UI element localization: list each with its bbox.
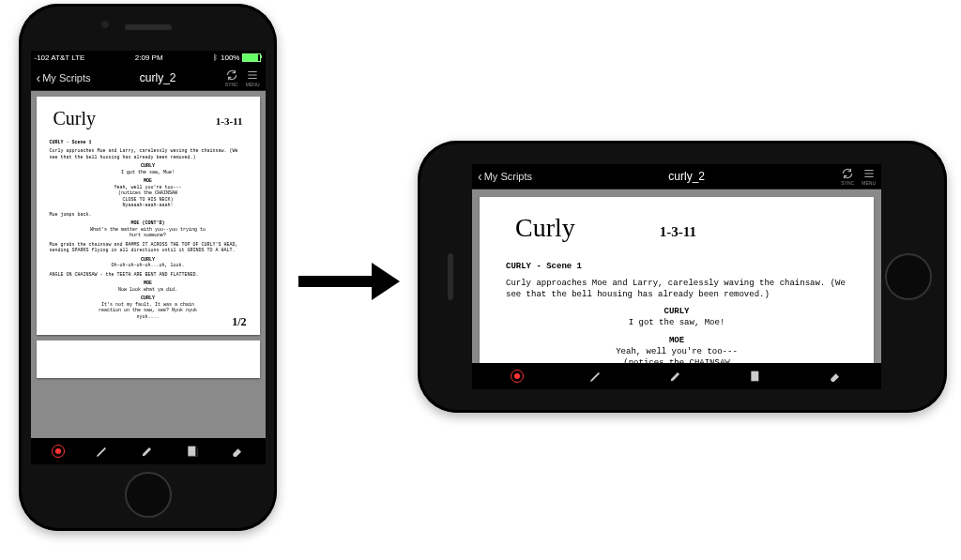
dial-5: Now look what ya did. [89,287,207,294]
chevron-left-icon: ‹ [478,170,482,183]
screen-portrait: -102 AT&T LTE 2:09 PM ᛒ 100% ‹ My Script… [31,51,266,464]
pen-tool-icon[interactable] [95,444,110,459]
menu-icon [246,68,259,82]
sync-button[interactable]: SYNC [225,68,238,87]
document-viewport-landscape[interactable]: Curly 1-3-11 CURLY - Scene 1 Curly appro… [472,189,881,363]
screen-landscape: ‹ My Scripts curly_2 SYNC MENU Curly 1-3 [472,164,881,389]
note-tool-icon[interactable] [185,444,200,459]
carrier-text: -102 AT&T LTE [35,53,85,62]
record-button-landscape[interactable] [511,370,524,383]
bottom-toolbar-landscape [472,363,881,389]
scene-slug-landscape: CURLY - Scene 1 [506,261,847,272]
handwritten-date-landscape: 1-3-11 [660,222,696,241]
handwritten-date: 1-3-11 [216,114,243,128]
highlighter-tool-icon[interactable] [668,369,683,384]
action-1: Curly approaches Moe and Larry, careless… [50,148,247,160]
back-button[interactable]: ‹ My Scripts [37,71,91,84]
nav-title-landscape: curly_2 [668,170,705,183]
status-bar: -102 AT&T LTE 2:09 PM ᛒ 100% [31,51,266,66]
clock-text: 2:09 PM [135,53,163,62]
dial-2-landscape: Yeah, well you're too--- [581,346,772,357]
action-1-landscape: Curly approaches Moe and Larry, careless… [506,278,847,300]
battery-pct: 100% [221,53,239,62]
script-page-1-landscape[interactable]: Curly 1-3-11 CURLY - Scene 1 Curly appro… [480,197,874,363]
phone-portrait: -102 AT&T LTE 2:09 PM ᛒ 100% ‹ My Script… [19,4,277,531]
script-page-1[interactable]: Curly 1-3-11 CURLY - Scene 1 Curly appro… [37,97,260,336]
action-4: ANGLE ON CHAINSAW - the TEETH ARE BENT A… [50,272,247,279]
eraser-tool-icon[interactable] [230,444,245,459]
pen-tool-icon[interactable] [588,369,603,384]
char-1-landscape: CURLY [506,306,847,317]
battery-icon [242,53,261,62]
eraser-tool-icon[interactable] [828,369,843,384]
note-tool-icon[interactable] [748,369,763,384]
home-button-landscape[interactable] [885,253,932,300]
phone-landscape: ‹ My Scripts curly_2 SYNC MENU Curly 1-3 [418,141,947,413]
bottom-toolbar [31,438,266,464]
paren-2a-landscape: (notices the CHAINSAW [595,357,759,363]
dial-1-landscape: I got the saw, Moe! [581,317,772,328]
page-number: 1/2 [232,315,246,330]
char-1: CURLY [50,163,247,170]
menu-icon [862,167,876,180]
scene-slug: CURLY - Scene 1 [50,140,247,146]
handwritten-title: Curly [53,106,97,130]
dial-6: It's not my fault. It was a chain reacti… [89,302,207,321]
rotation-arrow [298,263,402,300]
bluetooth-icon: ᛒ [213,53,218,62]
dial-4: Oh-oh-oh-oh-oh...oh, look. [89,263,207,269]
speaker-grille [125,24,172,30]
front-camera [101,21,109,28]
back-label-landscape: My Scripts [484,171,532,182]
sync-button-landscape[interactable]: SYNC [841,167,854,186]
nav-bar: ‹ My Scripts curly_2 SYNC MENU [31,66,266,91]
handwritten-title-landscape: Curly [515,210,575,246]
nav-title: curly_2 [140,71,176,84]
chevron-left-icon: ‹ [37,71,41,84]
document-viewport[interactable]: Curly 1-3-11 CURLY - Scene 1 Curly appro… [31,91,266,438]
char-5: MOE [50,280,247,287]
action-2: Moe jumps back. [50,212,247,219]
char-3: MOE (CONT'D) [50,220,247,227]
sync-icon [225,68,238,82]
dial-2b: Nyaaaah-aaah-aaah! [89,203,207,209]
svg-rect-1 [751,371,758,382]
record-button[interactable] [52,445,65,458]
char-6: CURLY [50,295,247,302]
speaker-grille-landscape [448,253,453,300]
back-button-landscape[interactable]: ‹ My Scripts [478,170,532,183]
menu-button[interactable]: MENU [246,68,260,87]
highlighter-tool-icon[interactable] [140,444,155,459]
dial-1: I got the saw, Moe! [89,170,207,176]
dial-3: What's the matter with you--you trying t… [89,227,207,239]
script-page-2-peek[interactable] [37,341,260,378]
char-2-landscape: MOE [506,335,847,346]
nav-bar-landscape: ‹ My Scripts curly_2 SYNC MENU [472,164,881,189]
action-3: Moe grabs the chainsaw and RAMMS IT ACRO… [50,242,247,254]
menu-button-landscape[interactable]: MENU [862,167,876,186]
svg-rect-0 [188,446,195,456]
back-label: My Scripts [42,72,90,83]
char-2: MOE [50,178,247,185]
sync-icon [841,167,854,180]
home-button[interactable] [125,472,172,518]
